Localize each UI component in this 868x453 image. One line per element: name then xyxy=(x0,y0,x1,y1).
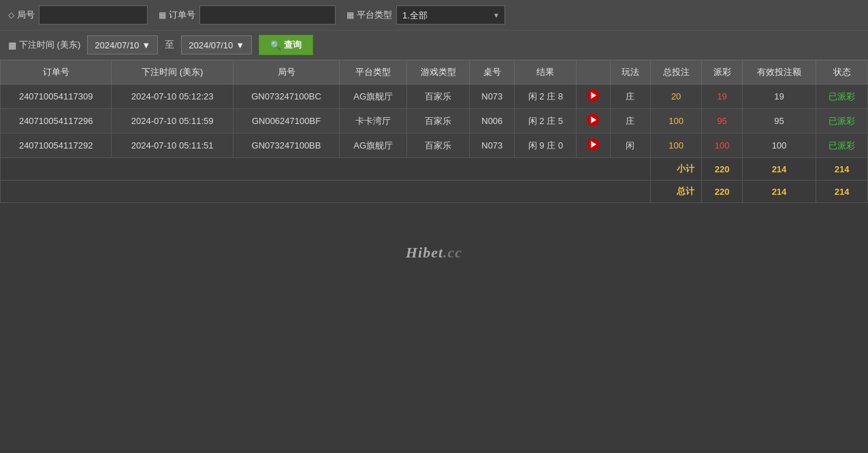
cell-effective-bet: 95 xyxy=(742,109,816,134)
order-id-group: ▦ 订单号 xyxy=(159,5,336,25)
cell-bet-time: 2024-07-10 05:11:51 xyxy=(112,134,234,158)
cell-video[interactable] xyxy=(577,109,610,134)
total-label xyxy=(1,181,651,203)
col-platform: 平台类型 xyxy=(339,61,406,84)
cell-effective-bet: 100 xyxy=(742,134,816,158)
game-id-icon: ◇ xyxy=(8,10,14,20)
col-order-id: 订单号 xyxy=(1,61,112,84)
col-status: 状态 xyxy=(816,61,868,84)
game-id-label: ◇ 局号 xyxy=(8,9,35,21)
game-id-group: ◇ 局号 xyxy=(8,5,148,25)
cell-game-type: 百家乐 xyxy=(407,84,470,109)
total-row: 总计 220 214 214 xyxy=(1,181,868,203)
video-play-button[interactable] xyxy=(587,114,599,126)
search-icon: 🔍 xyxy=(270,40,281,50)
bet-records-table: 订单号 下注时间 (美东) 局号 平台类型 游戏类型 桌号 结果 玩法 总投注 … xyxy=(0,60,868,203)
video-play-button[interactable] xyxy=(587,89,599,101)
col-effective-bet: 有效投注额 xyxy=(742,61,816,84)
cell-play: 闲 xyxy=(610,134,650,158)
cell-order-id: 240710054117292 xyxy=(1,134,112,158)
cell-status: 已派彩 xyxy=(816,109,868,134)
subtotal-effective-bet: 214 xyxy=(816,158,868,181)
bet-records-table-container: 订单号 下注时间 (美东) 局号 平台类型 游戏类型 桌号 结果 玩法 总投注 … xyxy=(0,60,868,203)
cell-platform: AG旗舰厅 xyxy=(339,134,406,158)
col-game-id: 局号 xyxy=(234,61,340,84)
cell-table-id: N006 xyxy=(470,109,515,134)
to-date-picker[interactable]: 2024/07/10 ▼ xyxy=(181,35,252,54)
cell-game-id: GN073247100BB xyxy=(234,134,340,158)
subtotal-label xyxy=(1,158,651,181)
cell-order-id: 240710054117296 xyxy=(1,109,112,134)
search-button[interactable]: 🔍 查询 xyxy=(259,35,313,55)
subtotal-payout: 214 xyxy=(742,158,816,181)
platform-type-group: ▦ 平台类型 1.全部 AG旗舰厅 卡卡湾厅 ▼ xyxy=(347,5,505,25)
date-icon: ▦ xyxy=(8,40,16,50)
watermark: Hibet.cc xyxy=(0,203,868,289)
cell-platform: 卡卡湾厅 xyxy=(339,109,406,134)
table-row: 240710054117292 2024-07-10 05:11:51 GN07… xyxy=(1,134,868,158)
video-play-button[interactable] xyxy=(587,138,599,151)
cell-payout: 100 xyxy=(702,134,742,158)
cell-total-bet: 100 xyxy=(650,134,702,158)
date-separator: 至 xyxy=(165,39,174,51)
cell-status: 已派彩 xyxy=(816,84,868,109)
cell-order-id: 240710054117309 xyxy=(1,84,112,109)
from-date-arrow: ▼ xyxy=(142,40,150,50)
cell-result: 闲 9 庄 0 xyxy=(515,134,577,158)
cell-total-bet: 20 xyxy=(650,84,702,109)
cell-play: 庄 xyxy=(610,109,650,134)
col-table-id: 桌号 xyxy=(470,61,515,84)
col-game-type: 游戏类型 xyxy=(407,61,470,84)
game-id-input[interactable] xyxy=(39,5,148,25)
table-row: 240710054117309 2024-07-10 05:12:23 GN07… xyxy=(1,84,868,109)
from-date-picker[interactable]: 2024/07/10 ▼ xyxy=(87,35,158,54)
cell-video[interactable] xyxy=(577,84,610,109)
cell-status: 已派彩 xyxy=(816,134,868,158)
to-date-arrow: ▼ xyxy=(236,40,244,50)
subtotal-total-bet: 220 xyxy=(702,158,742,181)
cell-effective-bet: 19 xyxy=(742,84,816,109)
total-payout: 214 xyxy=(742,181,816,203)
total-total-bet: 220 xyxy=(702,181,742,203)
col-result: 结果 xyxy=(515,61,577,84)
cell-table-id: N073 xyxy=(470,134,515,158)
cell-payout: 95 xyxy=(702,109,742,134)
cell-table-id: N073 xyxy=(470,84,515,109)
date-label: ▦ 下注时间 (美东) xyxy=(8,39,80,51)
filter-bar: ◇ 局号 ▦ 订单号 ▦ 平台类型 1.全部 AG旗舰厅 卡卡湾厅 ▼ xyxy=(0,0,868,31)
platform-label: ▦ 平台类型 xyxy=(347,9,392,21)
order-id-label: ▦ 订单号 xyxy=(159,9,195,21)
col-total-bet: 总投注 xyxy=(650,61,702,84)
order-id-input[interactable] xyxy=(199,5,336,25)
cell-result: 闲 2 庄 5 xyxy=(515,109,577,134)
platform-icon: ▦ xyxy=(347,10,354,20)
total-label-cell: 总计 xyxy=(650,181,702,203)
cell-game-type: 百家乐 xyxy=(407,134,470,158)
col-video xyxy=(577,61,610,84)
platform-select-wrapper: 1.全部 AG旗舰厅 卡卡湾厅 ▼ xyxy=(396,5,505,25)
cell-total-bet: 100 xyxy=(650,109,702,134)
cell-game-id: GN006247100BF xyxy=(234,109,340,134)
col-payout: 派彩 xyxy=(702,61,742,84)
cell-game-id: GN073247100BC xyxy=(234,84,340,109)
order-id-icon: ▦ xyxy=(159,10,166,20)
cell-play: 庄 xyxy=(610,84,650,109)
cell-platform: AG旗舰厅 xyxy=(339,84,406,109)
table-row: 240710054117296 2024-07-10 05:11:59 GN00… xyxy=(1,109,868,134)
total-effective-bet: 214 xyxy=(816,181,868,203)
subtotal-row: 小计 220 214 214 xyxy=(1,158,868,181)
subtotal-label-cell: 小计 xyxy=(650,158,702,181)
cell-video[interactable] xyxy=(577,134,610,158)
col-bet-time: 下注时间 (美东) xyxy=(112,61,234,84)
table-header-row: 订单号 下注时间 (美东) 局号 平台类型 游戏类型 桌号 结果 玩法 总投注 … xyxy=(1,61,868,84)
col-play: 玩法 xyxy=(610,61,650,84)
cell-bet-time: 2024-07-10 05:11:59 xyxy=(112,109,234,134)
date-filter-bar: ▦ 下注时间 (美东) 2024/07/10 ▼ 至 2024/07/10 ▼ … xyxy=(0,31,868,60)
cell-result: 闲 2 庄 8 xyxy=(515,84,577,109)
cell-bet-time: 2024-07-10 05:12:23 xyxy=(112,84,234,109)
cell-payout: 19 xyxy=(702,84,742,109)
cell-game-type: 百家乐 xyxy=(407,109,470,134)
platform-select[interactable]: 1.全部 AG旗舰厅 卡卡湾厅 xyxy=(396,5,505,25)
